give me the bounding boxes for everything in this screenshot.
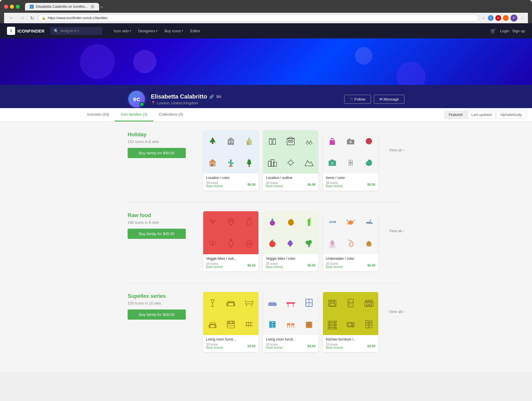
tab-close-button[interactable]: × bbox=[90, 5, 94, 9]
icon-set-card[interactable]: Underwater / color 20 icons Basic licens… bbox=[323, 211, 378, 271]
tab-collections[interactable]: Collections (0) bbox=[153, 108, 189, 121]
designer-name: Elisabetta Calabritto bbox=[151, 93, 207, 100]
svg-rect-1 bbox=[228, 139, 234, 145]
svg-rect-0 bbox=[212, 142, 213, 144]
icon-cell bbox=[300, 130, 318, 152]
orb4 bbox=[355, 47, 372, 65]
section-divider bbox=[128, 202, 404, 203]
tab-families[interactable]: Icon families (3) bbox=[115, 108, 153, 121]
fridge-icon bbox=[345, 298, 356, 308]
icon-set-card[interactable]: Kitchen furniture /... 10 icons Basic li… bbox=[323, 292, 378, 352]
ball-icon bbox=[364, 136, 374, 146]
signup-link[interactable]: Sign up bbox=[512, 29, 525, 33]
active-tab[interactable]: i Elisabetta Calabritto on Iconfinc... × bbox=[25, 3, 99, 10]
icon-set-preview bbox=[203, 211, 258, 254]
svg-point-61 bbox=[289, 245, 291, 247]
nav-icon-sets[interactable]: Icon sets ▾ bbox=[111, 27, 134, 35]
minimize-window-button[interactable] bbox=[10, 5, 14, 9]
icon-cell bbox=[323, 314, 341, 335]
svg-rect-18 bbox=[273, 139, 275, 144]
svg-rect-131 bbox=[369, 300, 372, 302]
icon-set-card[interactable]: Location / color 20 icons Basic license … bbox=[203, 130, 258, 191]
extension-icon3[interactable]: ↑ bbox=[503, 15, 509, 21]
icon-set-card[interactable]: Items / color 36 icons Basic license $8.… bbox=[323, 130, 378, 191]
close-window-button[interactable] bbox=[4, 5, 8, 9]
icon-cell bbox=[281, 233, 300, 254]
leaf-icon bbox=[364, 157, 374, 168]
icon-cell bbox=[203, 211, 222, 233]
buy-family-holiday[interactable]: Buy family for $40.00 bbox=[128, 148, 186, 158]
icon-set-preview bbox=[203, 130, 258, 173]
extension-icon2[interactable]: M bbox=[495, 15, 501, 21]
url-bar[interactable]: 🔒 https://www.iconfinder.com/e.c/familie… bbox=[38, 15, 479, 22]
shell-icon bbox=[364, 238, 374, 249]
maximize-window-button[interactable] bbox=[16, 5, 20, 9]
icon-set-info: Veggie bites / color 25 icons Basic lice… bbox=[263, 254, 318, 271]
profile-icon[interactable]: P bbox=[510, 15, 517, 22]
buy-family-supellex[interactable]: Buy family for $28.00 bbox=[128, 309, 186, 320]
follow-button[interactable]: ♡ Follow bbox=[344, 95, 371, 104]
icon-set-meta: 10 icons Basic license $4.00 bbox=[206, 343, 256, 349]
icon-set-preview bbox=[323, 292, 378, 335]
tomato-icon bbox=[267, 238, 278, 249]
svg-rect-33 bbox=[330, 140, 335, 145]
nav-buy-icons-label: Buy icons bbox=[165, 29, 181, 33]
search-bar[interactable]: 🔍 bbox=[50, 27, 103, 35]
message-button[interactable]: ✉ Message bbox=[374, 95, 404, 104]
view-all-holiday[interactable]: View all › bbox=[389, 130, 404, 152]
site-logo[interactable]: i ICONFINDER bbox=[7, 27, 44, 35]
svg-rect-97 bbox=[268, 303, 269, 306]
sort-alphabetically[interactable]: Alphabetically bbox=[496, 111, 526, 119]
icon-set-card[interactable]: Location / outline 20 icons Basic licens… bbox=[263, 130, 318, 191]
icon-set-card[interactable]: Living room furnit... 10 icons Basic lic… bbox=[263, 292, 318, 352]
nav-designers-label: Designers bbox=[138, 29, 155, 33]
icon-cell bbox=[203, 233, 222, 254]
sofa-color-icon bbox=[267, 298, 278, 308]
icon-set-card[interactable]: Living room furnit... 10 icons Basic lic… bbox=[203, 292, 258, 352]
nav-buy-icons[interactable]: Buy icons ▾ bbox=[162, 27, 186, 35]
new-tab-button[interactable]: + bbox=[100, 4, 103, 10]
menu-icon[interactable]: ⋮ bbox=[519, 15, 524, 21]
bookmark-icon[interactable]: ☆ bbox=[481, 15, 486, 21]
cart-icon[interactable]: 🛒 bbox=[490, 28, 496, 34]
location-text: London, United Kingdom bbox=[157, 101, 198, 105]
family-row-rawfood: Raw food 190 icons in 8 sets Buy family … bbox=[128, 211, 404, 271]
family-sets-supellex: Living room furnit... 10 icons Basic lic… bbox=[203, 292, 383, 352]
forward-button[interactable]: → bbox=[18, 15, 26, 21]
browser-chrome: i Elisabetta Calabritto on Iconfinc... ×… bbox=[0, 0, 532, 23]
tab-iconsets[interactable]: Iconsets (24) bbox=[81, 108, 115, 121]
icon-set-card[interactable]: Veggie bites / color 25 icons Basic lice… bbox=[263, 211, 318, 271]
icon-set-card[interactable]: Veggie bites / outl... 25 icons Basic li… bbox=[203, 211, 258, 271]
icon-cell bbox=[360, 130, 378, 152]
family-section-holiday: Holiday 152 icons in 6 sets Buy family f… bbox=[128, 130, 404, 191]
sort-featured[interactable]: Featured bbox=[444, 111, 467, 119]
nav-editor[interactable]: Editor bbox=[187, 27, 203, 35]
icon-set-title: Kitchen furniture /... bbox=[326, 337, 375, 341]
section-divider2 bbox=[128, 283, 404, 283]
view-all-rawfood[interactable]: View all › bbox=[389, 211, 404, 233]
counter-icon bbox=[364, 298, 374, 308]
icon-set-price: $4.00 bbox=[247, 344, 256, 348]
verified-badge bbox=[140, 102, 144, 107]
icon-set-preview bbox=[263, 292, 318, 335]
nav-designers[interactable]: Designers ▾ bbox=[135, 27, 160, 35]
svg-rect-17 bbox=[269, 139, 272, 144]
icon-set-title: Underwater / color bbox=[326, 257, 375, 261]
buy-family-rawfood[interactable]: Buy family for $45.00 bbox=[128, 229, 186, 239]
link-icon[interactable]: 🔗 bbox=[209, 94, 214, 99]
city-icon bbox=[267, 157, 278, 168]
behance-link[interactable]: Bē bbox=[216, 94, 221, 99]
sort-last-updated[interactable]: Last updated bbox=[467, 111, 496, 119]
refresh-button[interactable]: ↻ bbox=[28, 15, 36, 22]
search-input[interactable] bbox=[60, 29, 98, 33]
back-button[interactable]: ← bbox=[8, 15, 16, 21]
icon-cell bbox=[263, 314, 281, 335]
login-link[interactable]: Login bbox=[500, 29, 509, 33]
extension-icon1[interactable]: i bbox=[488, 15, 494, 21]
view-all-label: View all bbox=[389, 229, 402, 233]
svg-rect-144 bbox=[369, 321, 372, 328]
icon-cell bbox=[341, 211, 360, 233]
svg-rect-135 bbox=[328, 324, 336, 326]
svg-point-60 bbox=[289, 240, 292, 244]
view-all-supellex[interactable]: View all › bbox=[389, 292, 404, 314]
